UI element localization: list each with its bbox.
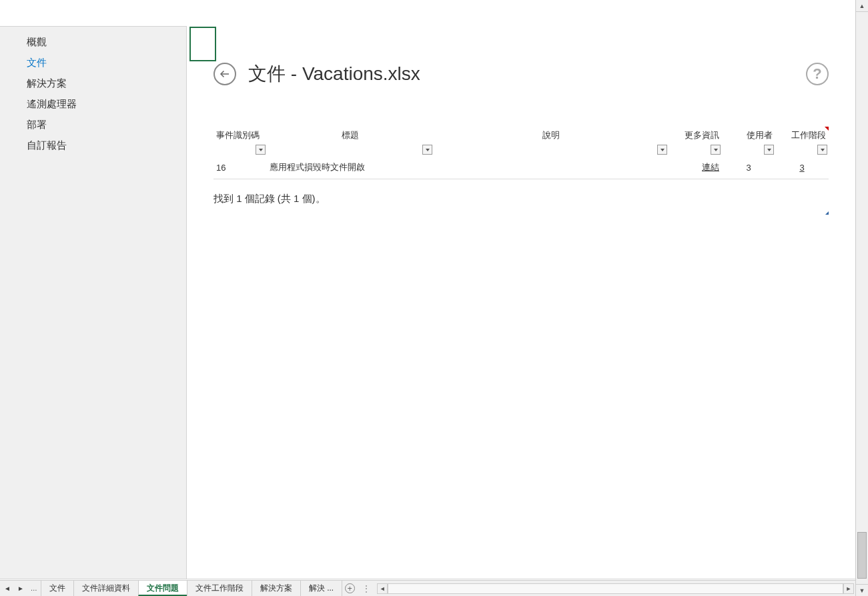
hscroll-left-arrow[interactable]: ◄ (377, 583, 388, 594)
filter-button-users[interactable] (764, 145, 774, 155)
filter-button-description[interactable] (657, 145, 667, 155)
sheet-tab-solutions[interactable]: 解決方案 (252, 581, 301, 596)
vscroll-thumb[interactable] (857, 532, 867, 579)
records-found-label: 找到 1 個記錄 (共 1 個)。 (213, 193, 326, 204)
col-sessions-label: 工作階段 (791, 130, 826, 140)
cell-event-id: 16 (213, 156, 267, 179)
arrow-left-icon (219, 68, 231, 80)
sidebar-item-overview[interactable]: 概觀 (0, 32, 186, 53)
cell-title: 應用程式損毀時文件開啟 (267, 156, 434, 179)
vscroll-up-arrow[interactable]: ▲ (856, 0, 868, 12)
selected-cell-indicator[interactable] (189, 27, 216, 61)
sheet-tab-options[interactable]: ⋮ (357, 581, 376, 596)
sheet-tab-bar: ◄ ► … 文件 文件詳細資料 文件問題 文件工作階段 解決方案 解決 ... … (0, 580, 855, 596)
col-title-label: 標題 (342, 130, 359, 140)
sheet-nav-prev-icon[interactable]: ◄ (4, 585, 11, 592)
col-more-info-label: 更多資訊 (685, 130, 719, 140)
help-button[interactable]: ? (806, 63, 829, 85)
sidebar-header-blank (0, 0, 187, 27)
sheet-nav-more-icon[interactable]: … (31, 585, 37, 592)
col-description: 說明 (434, 127, 669, 156)
vertical-scrollbar: ▲ ▼ (855, 0, 868, 596)
col-users: 使用者 (722, 127, 775, 156)
sheet-nav-next-icon[interactable]: ► (17, 585, 24, 592)
col-title: 標題 (267, 127, 434, 156)
col-event-id: 事件識別碼 (213, 127, 267, 156)
sheet-tab-document-issues[interactable]: 文件問題 (138, 581, 187, 596)
sidebar-item-custom-reports[interactable]: 自訂報告 (0, 135, 186, 156)
horizontal-scrollbar: ◄ ► (376, 581, 855, 596)
filter-button-sessions[interactable] (817, 145, 827, 155)
col-sessions: 工作階段 (775, 127, 829, 156)
records-found-text: 找到 1 個記錄 (共 1 個)。 (187, 179, 855, 219)
resize-handle-icon[interactable] (825, 211, 829, 215)
main-content: 文件 - Vacations.xlsx ? 事件識別碼 標題 (187, 0, 855, 579)
cell-more-info: 連結 (669, 156, 722, 179)
plus-icon: + (345, 583, 355, 593)
sidebar: 概觀 文件 解決方案 遙測處理器 部署 自訂報告 (0, 0, 187, 579)
sessions-link[interactable]: 3 (799, 163, 804, 173)
cell-description (434, 156, 669, 179)
sidebar-item-deployments[interactable]: 部署 (0, 115, 186, 135)
table-row[interactable]: 16 應用程式損毀時文件開啟 連結 3 3 (213, 156, 829, 179)
sheet-tab-overflow: ... (327, 583, 334, 593)
help-icon: ? (813, 65, 821, 83)
issues-table: 事件識別碼 標題 說明 更多資訊 (213, 127, 829, 179)
vscroll-track[interactable] (856, 12, 868, 584)
table-header-row: 事件識別碼 標題 說明 更多資訊 (213, 127, 829, 156)
sheet-tab-resolve[interactable]: 解決 ... (300, 581, 342, 596)
sidebar-item-telemetry-processor[interactable]: 遙測處理器 (0, 94, 186, 115)
sheet-tab-document-sessions[interactable]: 文件工作階段 (187, 581, 252, 596)
col-description-label: 說明 (542, 130, 560, 140)
page-title: 文件 - Vacations.xlsx (248, 61, 420, 87)
sidebar-item-documents[interactable]: 文件 (0, 53, 186, 73)
add-sheet-button[interactable]: + (342, 581, 357, 596)
back-button[interactable] (213, 63, 236, 85)
filter-button-title[interactable] (422, 145, 432, 155)
hscroll-track[interactable] (388, 583, 843, 594)
sidebar-item-solutions[interactable]: 解決方案 (0, 73, 186, 94)
filter-button-event-id[interactable] (256, 145, 266, 155)
comment-indicator-icon[interactable] (825, 127, 829, 131)
cell-users: 3 (722, 156, 775, 179)
sheet-tab-document-details[interactable]: 文件詳細資料 (73, 581, 139, 596)
issues-table-wrap: 事件識別碼 標題 說明 更多資訊 (187, 93, 855, 179)
col-event-id-label: 事件識別碼 (216, 130, 260, 140)
hscroll-right-arrow[interactable]: ► (843, 583, 854, 594)
page-header: 文件 - Vacations.xlsx (187, 0, 855, 93)
sheet-tab-documents[interactable]: 文件 (41, 581, 74, 596)
more-info-link[interactable]: 連結 (702, 162, 719, 172)
sheet-tabs: 文件 文件詳細資料 文件問題 文件工作階段 解決方案 解決 ... (41, 581, 342, 596)
vscroll-down-arrow[interactable]: ▼ (856, 584, 868, 596)
col-users-label: 使用者 (747, 130, 773, 140)
sheet-nav: ◄ ► … (0, 581, 41, 596)
filter-button-more-info[interactable] (711, 145, 721, 155)
sheet-tab-resolve-label: 解決 (309, 583, 325, 593)
col-more-info: 更多資訊 (669, 127, 722, 156)
app-container: 概觀 文件 解決方案 遙測處理器 部署 自訂報告 文件 - Vacations.… (0, 0, 855, 579)
cell-sessions: 3 (775, 156, 829, 179)
